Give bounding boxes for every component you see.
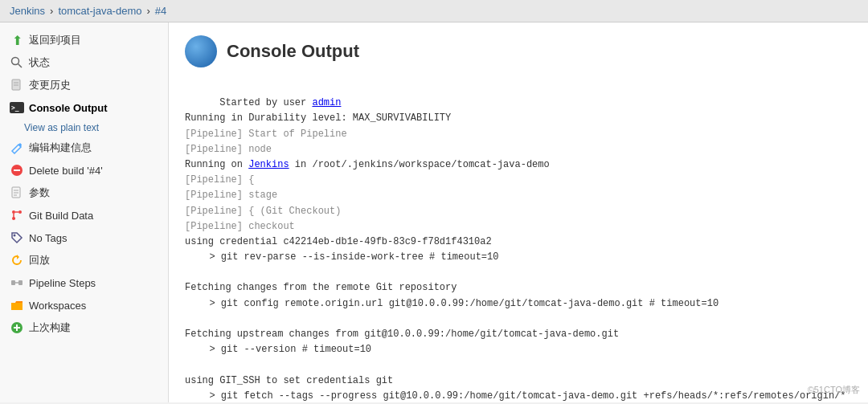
sidebar-label-console: Console Output [29,102,108,114]
page-title: Console Output [227,41,359,62]
sidebar-label-prev-build: 上次构建 [29,320,71,335]
folder-icon [10,298,24,312]
svg-point-13 [18,210,22,214]
sidebar-label-status: 状态 [29,55,50,70]
terminal-icon: >_ [10,100,24,115]
sidebar-item-delete-build[interactable]: Delete build '#4' [0,159,168,182]
sidebar-item-no-tags[interactable]: No Tags [0,226,168,249]
sidebar-label-git-data: Git Build Data [29,210,93,222]
line-pipeline-node: [Pipeline] node [185,144,272,155]
jenkins-link[interactable]: Jenkins [248,159,289,170]
sidebar-item-edit-build-info[interactable]: 编辑构建信息 [0,137,168,159]
sidebar-label-workspaces: Workspaces [29,300,86,312]
breadcrumb-jenkins[interactable]: Jenkins [10,5,45,17]
line-pipeline-stage: [Pipeline] stage [185,190,277,201]
line-pipeline-brace: [Pipeline] { [185,174,254,186]
sidebar-item-parameters[interactable]: 参数 [0,182,168,204]
line-git-fetch: > git fetch --tags --progress git@10.0.0… [185,389,852,402]
sidebar-label-pipeline-steps: Pipeline Steps [29,277,96,289]
git-icon [10,208,24,222]
sidebar-label-changes: 变更历史 [29,78,71,92]
sidebar-item-console-output[interactable]: >_ Console Output [0,96,168,119]
line-durability: Running in Durability level: MAX_SURVIVA… [185,112,451,124]
line-fetching-upstream: Fetching upstream changes from git@10.0.… [185,329,619,340]
main-layout: ⬆ 返回到项目 状态 变更历史 >_ Console Output View a… [0,22,868,402]
line-started-by: Started by user admin [219,97,341,108]
line-git-rev-parse: > git rev-parse --is-inside-work-tree # … [185,250,852,265]
watermark: ©51CTO博客 [808,384,860,396]
sidebar-item-back-to-project[interactable]: ⬆ 返回到项目 [0,29,168,51]
replay-icon [10,253,24,267]
svg-marker-19 [17,255,19,259]
sidebar-item-git-build-data[interactable]: Git Build Data [0,204,168,226]
page-header: Console Output [185,35,852,67]
svg-line-1 [18,64,23,68]
sidebar-item-pipeline-steps[interactable]: Pipeline Steps [0,271,168,294]
sidebar-item-status[interactable]: 状态 [0,51,168,74]
sidebar-label-back: 返回到项目 [29,33,81,47]
line-using-git-ssh: using GIT_SSH to set credentials git [185,375,393,386]
admin-link[interactable]: admin [312,97,341,108]
svg-text:>_: >_ [11,104,19,112]
plus-green-icon [10,320,24,335]
breadcrumb-project[interactable]: tomcat-java-demo [58,5,141,17]
line-git-version: > git --version # timeout=10 [185,342,852,357]
file-icon [10,78,24,92]
line-running-on: Running on Jenkins in /root/.jenkins/wor… [185,159,550,170]
sidebar-item-view-plain-text[interactable]: View as plain text [0,119,168,137]
no-icon [10,163,24,178]
breadcrumb-sep-1: › [50,5,53,17]
line-git-config: > git config remote.origin.url git@10.0.… [185,296,852,312]
sidebar-label-replay: 回放 [29,253,50,267]
pipeline-icon [10,275,24,290]
breadcrumb-build[interactable]: #4 [155,5,166,17]
svg-point-18 [14,235,16,237]
pencil-icon [10,141,24,155]
line-fetching-changes: Fetching changes from the remote Git rep… [185,282,457,293]
breadcrumb-bar: Jenkins › tomcat-java-demo › #4 [0,0,868,22]
breadcrumb-sep-2: › [146,5,149,17]
svg-rect-21 [18,280,23,285]
console-icon [185,35,217,67]
sidebar-label-no-tags: No Tags [29,232,67,244]
sidebar-item-prev-build[interactable]: 上次构建 [0,316,168,339]
sidebar-label-delete: Delete build '#4' [29,165,103,177]
sidebar-label-plain-text: View as plain text [24,122,99,133]
tag-icon [10,231,24,245]
sidebar-item-changes[interactable]: 变更历史 [0,74,168,96]
doc-icon [10,186,24,200]
sidebar-label-edit-build: 编辑构建信息 [29,141,92,155]
content-area: Console Output Started by user admin Run… [169,22,868,402]
sidebar-item-replay[interactable]: 回放 [0,249,168,271]
svg-point-15 [12,210,15,214]
line-pipeline-git-checkout: [Pipeline] { (Git Checkout) [185,206,341,217]
line-pipeline-checkout: [Pipeline] checkout [185,221,295,232]
line-using-credential: using credential c42214eb-db1e-49fb-83c9… [185,236,492,247]
svg-point-0 [12,58,19,65]
magnifier-icon [10,55,24,70]
sidebar: ⬆ 返回到项目 状态 变更历史 >_ Console Output View a… [0,22,169,402]
line-pipeline-start: [Pipeline] Start of Pipeline [185,129,347,140]
console-output: Started by user admin Running in Durabil… [185,80,852,402]
svg-rect-20 [11,280,15,285]
sidebar-label-parameters: 参数 [29,186,50,200]
arrow-up-icon: ⬆ [10,33,24,47]
sidebar-item-workspaces[interactable]: Workspaces [0,294,168,316]
